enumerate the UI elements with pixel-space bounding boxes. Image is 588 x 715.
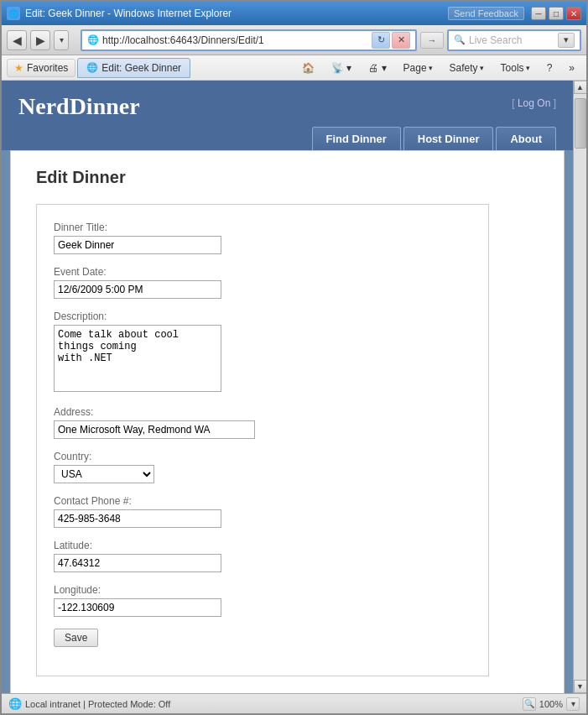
site-header: NerdDinner [ Log On ]	[2, 81, 573, 120]
minimize-button[interactable]: ─	[531, 7, 546, 20]
country-label: Country:	[54, 451, 471, 462]
search-go-button[interactable]: ▾	[558, 33, 575, 48]
event-date-label: Event Date:	[54, 266, 471, 278]
description-group: Description:	[54, 311, 471, 394]
dinner-title-input[interactable]	[54, 236, 221, 254]
dinner-title-label: Dinner Title:	[54, 222, 471, 233]
scroll-up-button[interactable]: ▲	[574, 81, 587, 94]
scroll-thumb[interactable]	[575, 98, 586, 149]
menu-bar: ★ Favorites 🌐 Edit: Geek Dinner 🏠 📡 ▾ 🖨 …	[2, 55, 586, 81]
print-button[interactable]: 🖨 ▾	[362, 60, 393, 76]
overflow-button[interactable]: »	[562, 60, 581, 76]
live-search-icon: 🔍	[454, 34, 466, 45]
favorites-star-icon: ★	[14, 62, 23, 74]
site-nav: Find Dinner Host Dinner About	[2, 120, 573, 150]
edit-form: Dinner Title: Event Date: Description:	[36, 204, 489, 676]
search-bar[interactable]: 🔍 Live Search ▾	[447, 29, 581, 51]
description-label: Description:	[54, 311, 471, 322]
stop-button[interactable]: ✕	[392, 32, 410, 49]
find-dinner-tab[interactable]: Find Dinner	[312, 127, 401, 150]
help-button[interactable]: ?	[540, 60, 559, 76]
address-icon: 🌐	[87, 34, 99, 45]
login-link[interactable]: Log On	[518, 97, 550, 109]
browser-icon: 🌐	[7, 7, 20, 20]
tab-icon: 🌐	[86, 62, 98, 73]
longitude-label: Longitude:	[54, 584, 471, 596]
contact-phone-label: Contact Phone #:	[54, 495, 471, 507]
tools-menu[interactable]: Tools ▾	[494, 60, 537, 76]
longitude-group: Longitude:	[54, 584, 471, 617]
page-title: Edit Dinner	[36, 168, 539, 187]
page-content: NerdDinner [ Log On ] Find Dinner Host D…	[2, 81, 586, 693]
zoom-button[interactable]: 🔍	[523, 697, 536, 711]
tools-chevron: ▾	[526, 64, 530, 72]
latitude-label: Latitude:	[54, 540, 471, 551]
about-tab[interactable]: About	[496, 127, 556, 150]
zoom-control: 🔍 100% ▾	[523, 697, 580, 711]
contact-phone-group: Contact Phone #:	[54, 495, 471, 528]
address-bar[interactable]: 🌐 http://localhost:64643/Dinners/Edit/1 …	[81, 29, 417, 51]
close-button[interactable]: ✕	[566, 7, 581, 20]
event-date-group: Event Date:	[54, 266, 471, 299]
status-icon: 🌐	[8, 697, 22, 710]
back-button[interactable]: ◀	[7, 30, 27, 50]
restore-button[interactable]: □	[549, 7, 564, 20]
address-text: http://localhost:64643/Dinners/Edit/1	[102, 34, 368, 46]
host-dinner-tab[interactable]: Host Dinner	[403, 127, 494, 150]
latitude-group: Latitude:	[54, 540, 471, 572]
site-body: Edit Dinner Dinner Title: Event Date:	[10, 150, 565, 693]
page-chevron: ▾	[429, 64, 433, 72]
scroll-down-button[interactable]: ▼	[574, 680, 587, 693]
dinner-title-group: Dinner Title:	[54, 222, 471, 254]
search-placeholder: Live Search	[469, 34, 554, 46]
address-label: Address:	[54, 406, 471, 418]
title-bar: 🌐 Edit: Geek Dinner - Windows Internet E…	[2, 2, 586, 25]
scroll-track[interactable]	[574, 94, 587, 680]
home-button[interactable]: 🏠	[295, 60, 321, 76]
country-select[interactable]: USA UK Canada Australia	[54, 465, 154, 483]
save-button[interactable]: Save	[54, 629, 98, 647]
browser-tab[interactable]: 🌐 Edit: Geek Dinner	[77, 58, 190, 78]
latitude-input[interactable]	[54, 554, 221, 572]
country-group: Country: USA UK Canada Australia	[54, 451, 471, 483]
page-menu[interactable]: Page ▾	[397, 60, 440, 76]
safety-menu[interactable]: Safety ▾	[443, 60, 491, 76]
description-textarea[interactable]	[54, 325, 221, 392]
send-feedback-link[interactable]: Send Feedback	[448, 7, 524, 20]
dropdown-button[interactable]: ▾	[54, 30, 69, 50]
safety-chevron: ▾	[480, 64, 484, 72]
tab-title: Edit: Geek Dinner	[101, 62, 181, 74]
window-title: Edit: Geek Dinner - Windows Internet Exp…	[25, 8, 232, 19]
address-input[interactable]	[54, 420, 255, 439]
address-group: Address:	[54, 406, 471, 439]
status-bar: 🌐 Local intranet | Protected Mode: Off 🔍…	[2, 693, 586, 713]
forward-button[interactable]: ▶	[30, 30, 50, 50]
go-button[interactable]: →	[420, 32, 444, 49]
contact-phone-input[interactable]	[54, 509, 221, 528]
scrollbar[interactable]: ▲ ▼	[573, 81, 586, 693]
site-title: NerdDinner	[18, 93, 140, 120]
event-date-input[interactable]	[54, 280, 221, 299]
status-text: Local intranet | Protected Mode: Off	[25, 699, 519, 709]
favorites-button[interactable]: ★ Favorites	[7, 59, 75, 77]
zoom-dropdown[interactable]: ▾	[566, 697, 580, 711]
favorites-label: Favorites	[27, 62, 68, 74]
refresh-button[interactable]: ↻	[372, 32, 390, 49]
rss-button[interactable]: 📡 ▾	[325, 60, 358, 76]
longitude-input[interactable]	[54, 598, 221, 617]
zoom-level: 100%	[539, 699, 563, 709]
navigation-bar: ◀ ▶ ▾ 🌐 http://localhost:64643/Dinners/E…	[2, 25, 586, 55]
page-inner: NerdDinner [ Log On ] Find Dinner Host D…	[2, 81, 573, 693]
save-group: Save	[54, 629, 471, 647]
